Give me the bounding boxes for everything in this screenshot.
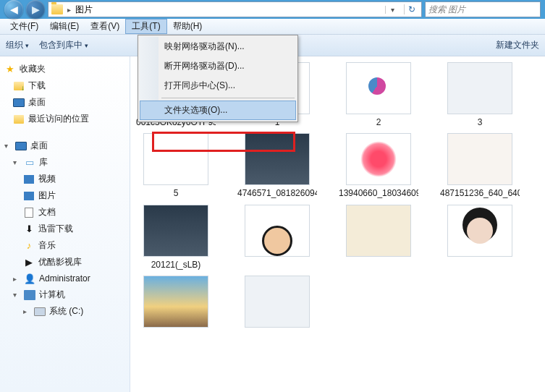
file-item[interactable] — [237, 205, 317, 270]
video-icon — [24, 175, 34, 184]
file-item[interactable]: 4746571_081826094000_2 — [237, 133, 317, 198]
computer-icon — [24, 290, 35, 300]
cmd-new-folder[interactable]: 新建文件夹 — [496, 39, 539, 51]
user-icon: 👤 — [24, 273, 35, 284]
tree-downloads[interactable]: 下载 — [0, 77, 130, 94]
tree-music[interactable]: ♪音乐 — [0, 237, 130, 254]
tree-youku[interactable]: ▶优酷影视库 — [0, 254, 130, 270]
tree-desktop2[interactable]: ▾桌面 — [0, 137, 130, 154]
tree-favorites[interactable]: ★收藏夹 — [0, 61, 130, 77]
recent-icon — [14, 115, 24, 124]
desktop-icon — [13, 98, 25, 107]
address-dropdown[interactable]: ▾ — [385, 6, 400, 14]
menu-disconnect-drive[interactable]: 断开网络驱动器(D)... — [140, 56, 296, 76]
menu-view[interactable]: 查看(V) — [85, 19, 125, 34]
document-icon — [25, 208, 33, 218]
xunlei-icon: ⬇ — [23, 223, 35, 235]
tree-computer[interactable]: ▾计算机 — [0, 286, 130, 303]
nav-tree: ★收藏夹 下载 桌面 最近访问的位置 ▾桌面 ▾▭库 视频 图片 文档 ⬇迅雷下… — [0, 56, 130, 392]
search-input[interactable]: 搜索 图片 — [425, 1, 541, 17]
file-item[interactable]: 5 — [136, 133, 216, 198]
menu-open-sync[interactable]: 打开同步中心(S)... — [140, 76, 296, 95]
file-item[interactable]: 13940660_180346095374_2 — [339, 133, 418, 198]
refresh-button[interactable]: ↻ — [404, 4, 418, 14]
file-item[interactable]: 487151236_640_640 — [440, 133, 520, 198]
tree-xunlei[interactable]: ⬇迅雷下载 — [0, 221, 130, 237]
file-item[interactable] — [136, 276, 216, 331]
menu-folder-options[interactable]: 文件夹选项(O)... — [140, 101, 296, 120]
breadcrumb-sep: ▸ — [67, 6, 71, 14]
tree-drive-c[interactable]: ▸系统 (C:) — [0, 303, 130, 320]
library-icon: ▭ — [24, 157, 35, 169]
cmd-include-library[interactable]: 包含到库中▾ — [39, 39, 88, 51]
menu-edit[interactable]: 编辑(E) — [44, 19, 85, 34]
star-icon: ★ — [4, 64, 16, 75]
menu-map-drive[interactable]: 映射网络驱动器(N)... — [140, 37, 296, 56]
file-item[interactable] — [339, 205, 418, 270]
file-item[interactable]: 20121(_sLB) — [136, 205, 216, 270]
menu-separator — [161, 98, 295, 98]
drive-icon — [34, 307, 46, 316]
file-item[interactable]: 3 — [440, 62, 520, 127]
menu-tools[interactable]: 工具(T) — [125, 19, 166, 34]
desktop-icon — [15, 142, 27, 150]
cmd-organize[interactable]: 组织▾ — [6, 39, 29, 51]
nav-forward-button[interactable]: ▶ — [26, 0, 45, 19]
tree-admin[interactable]: ▸👤Administrator — [0, 270, 130, 286]
address-bar[interactable]: ▸ 图片 ▾ ↻ — [48, 1, 422, 17]
nav-back-button[interactable]: ◀ — [4, 0, 23, 19]
file-item[interactable]: 2 — [339, 62, 418, 127]
tree-libraries[interactable]: ▾▭库 — [0, 154, 130, 171]
tree-documents[interactable]: 文档 — [0, 204, 130, 221]
menu-help[interactable]: 帮助(H) — [167, 19, 208, 34]
tree-desktop[interactable]: 桌面 — [0, 94, 130, 111]
tree-recent[interactable]: 最近访问的位置 — [0, 111, 130, 127]
menu-file[interactable]: 文件(F) — [4, 19, 44, 34]
youku-icon: ▶ — [23, 257, 35, 268]
folder-icon — [51, 4, 63, 14]
music-icon: ♪ — [23, 240, 35, 252]
breadcrumb-location[interactable]: 图片 — [75, 4, 93, 16]
tree-videos[interactable]: 视频 — [0, 171, 130, 187]
picture-icon — [24, 192, 34, 200]
menu-bar: 文件(F) 编辑(E) 查看(V) 工具(T) 帮助(H) — [0, 19, 545, 35]
download-icon — [14, 82, 24, 90]
tools-dropdown: 映射网络驱动器(N)... 断开网络驱动器(D)... 打开同步中心(S)...… — [138, 35, 298, 122]
file-item[interactable] — [237, 276, 317, 331]
file-item[interactable] — [440, 205, 520, 270]
tree-pictures[interactable]: 图片 — [0, 187, 130, 204]
